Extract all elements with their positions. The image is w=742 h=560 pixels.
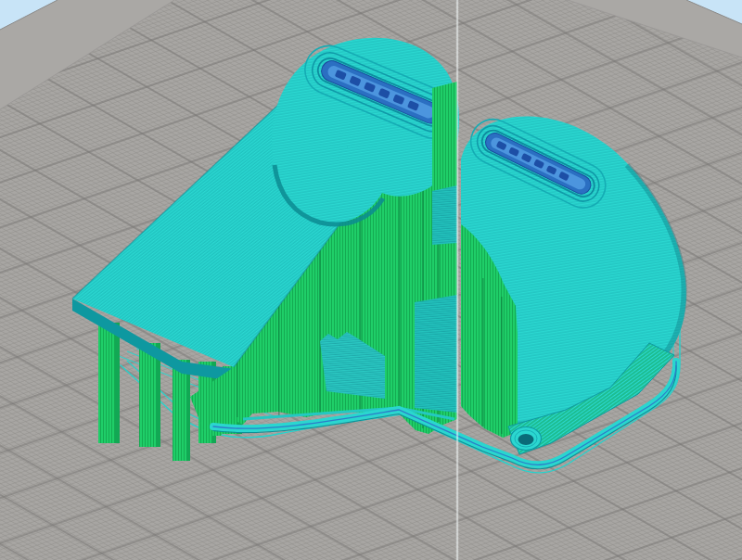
- support-pillar-3[interactable]: [173, 360, 190, 461]
- slicer-3d-viewport[interactable]: [0, 0, 742, 560]
- support-pillar-1[interactable]: [98, 323, 120, 443]
- support-seam: [501, 297, 503, 434]
- screw-hole-bore: [518, 434, 534, 445]
- screw-hole: [511, 427, 542, 451]
- layer-striations: [432, 185, 457, 245]
- pillar-shade: [186, 360, 190, 461]
- support-tower-rear[interactable]: [432, 82, 457, 245]
- seam-line: [455, 0, 458, 560]
- dense-support-pocket: [415, 295, 457, 413]
- support-seam: [482, 278, 484, 426]
- layer-striations: [432, 82, 457, 191]
- pillar-shade: [115, 323, 120, 443]
